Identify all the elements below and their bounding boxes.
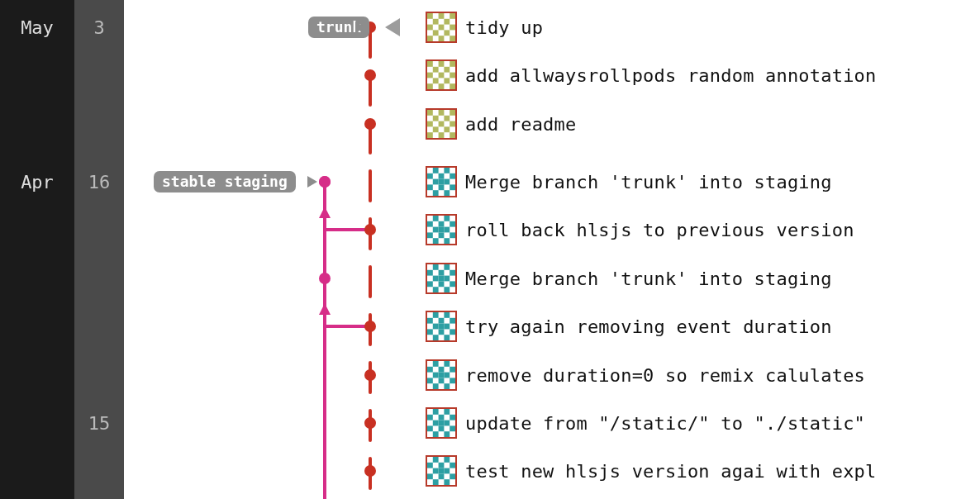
svg-rect-82 — [439, 227, 445, 233]
svg-rect-14 — [427, 13, 433, 19]
svg-rect-38 — [433, 78, 439, 83]
svg-rect-142 — [427, 463, 433, 468]
commit-row[interactable]: test new hlsjs version agai with expl — [426, 455, 876, 487]
svg-rect-89 — [433, 276, 439, 282]
svg-rect-32 — [439, 61, 445, 67]
svg-point-3 — [364, 69, 376, 81]
commit-row[interactable]: Merge branch 'trunk' into staging — [426, 166, 832, 197]
svg-rect-26 — [439, 25, 445, 31]
svg-rect-92 — [439, 281, 445, 287]
svg-rect-96 — [439, 276, 445, 282]
commit-row[interactable]: update from "/static/" to "./static" — [426, 407, 865, 439]
svg-point-7 — [319, 273, 331, 284]
svg-rect-52 — [433, 126, 439, 132]
commit-row[interactable]: try again removing event duration — [426, 311, 832, 342]
svg-rect-138 — [439, 421, 445, 426]
svg-rect-59 — [439, 173, 445, 179]
svg-rect-100 — [427, 318, 433, 324]
commit-row[interactable]: remove duration=0 so remix calulates — [426, 359, 865, 391]
svg-point-12 — [319, 176, 331, 188]
svg-rect-118 — [444, 373, 450, 378]
svg-rect-98 — [433, 312, 439, 318]
svg-rect-115 — [439, 367, 445, 373]
svg-rect-140 — [433, 457, 439, 463]
svg-rect-121 — [450, 378, 455, 383]
svg-rect-54 — [439, 121, 445, 127]
svg-rect-50 — [433, 116, 439, 121]
svg-rect-106 — [439, 329, 445, 335]
head-pointer-icon — [385, 18, 400, 36]
svg-rect-37 — [444, 67, 450, 73]
avatar-icon — [426, 12, 457, 43]
svg-rect-22 — [433, 19, 439, 25]
svg-rect-135 — [450, 425, 455, 431]
commit-message: tidy up — [465, 17, 543, 38]
svg-rect-16 — [427, 36, 433, 41]
svg-rect-90 — [444, 276, 450, 282]
commit-row[interactable]: roll back hlsjs to previous version — [426, 214, 854, 245]
svg-rect-128 — [427, 415, 433, 421]
svg-rect-94 — [433, 287, 439, 292]
commit-row[interactable]: add readme — [426, 108, 576, 140]
svg-rect-73 — [439, 221, 445, 227]
svg-rect-87 — [439, 270, 445, 276]
svg-point-9 — [364, 369, 376, 381]
svg-rect-122 — [433, 383, 439, 389]
commit-message: add allwaysrollpods random annotation — [465, 65, 876, 86]
svg-rect-36 — [433, 67, 439, 73]
svg-rect-46 — [439, 110, 445, 116]
svg-rect-126 — [433, 409, 439, 415]
gutter — [124, 0, 136, 499]
svg-rect-141 — [444, 457, 450, 463]
svg-rect-114 — [427, 367, 433, 373]
svg-point-10 — [364, 417, 376, 429]
svg-rect-56 — [433, 168, 439, 173]
month-label: Apr — [0, 172, 74, 192]
svg-rect-116 — [450, 367, 455, 373]
svg-point-11 — [364, 465, 376, 477]
day-label: 3 — [74, 17, 124, 38]
svg-rect-144 — [450, 463, 455, 468]
svg-rect-17 — [450, 36, 455, 41]
svg-rect-63 — [427, 184, 433, 190]
svg-rect-30 — [427, 83, 433, 89]
svg-rect-84 — [433, 264, 439, 270]
svg-rect-79 — [450, 232, 455, 238]
month-label: May — [0, 17, 74, 38]
svg-rect-81 — [444, 238, 450, 244]
svg-rect-42 — [427, 110, 433, 116]
svg-rect-24 — [433, 30, 439, 36]
branch-tag-pointer-icon — [355, 21, 365, 33]
branch-tag-pointer-icon — [307, 176, 317, 188]
svg-rect-148 — [439, 473, 445, 479]
commit-message: update from "/static/" to "./static" — [465, 413, 865, 434]
svg-rect-45 — [450, 132, 455, 138]
svg-rect-102 — [450, 318, 455, 324]
svg-rect-31 — [450, 83, 455, 89]
svg-rect-77 — [427, 232, 433, 238]
svg-rect-147 — [427, 473, 433, 479]
commit-row[interactable]: tidy up — [426, 12, 543, 43]
svg-rect-131 — [433, 421, 439, 426]
commit-row[interactable]: Merge branch 'trunk' into staging — [426, 263, 832, 294]
svg-rect-67 — [444, 190, 450, 196]
svg-rect-66 — [433, 190, 439, 196]
avatar-icon — [426, 455, 457, 487]
day-column: 31615 — [74, 0, 124, 499]
svg-rect-104 — [444, 324, 450, 330]
svg-rect-129 — [439, 415, 445, 421]
commit-message: Merge branch 'trunk' into staging — [465, 172, 832, 192]
branch-tag[interactable]: stable staging — [154, 171, 296, 192]
svg-rect-127 — [444, 409, 450, 415]
svg-rect-20 — [450, 25, 455, 31]
svg-rect-80 — [433, 238, 439, 244]
svg-rect-146 — [444, 468, 450, 474]
avatar-icon — [426, 359, 457, 391]
svg-rect-132 — [444, 421, 450, 426]
commit-row[interactable]: add allwaysrollpods random annotation — [426, 59, 876, 91]
svg-rect-76 — [444, 227, 450, 233]
svg-rect-64 — [439, 184, 445, 190]
svg-rect-112 — [433, 361, 439, 367]
svg-rect-68 — [439, 179, 445, 185]
svg-rect-53 — [444, 126, 450, 132]
